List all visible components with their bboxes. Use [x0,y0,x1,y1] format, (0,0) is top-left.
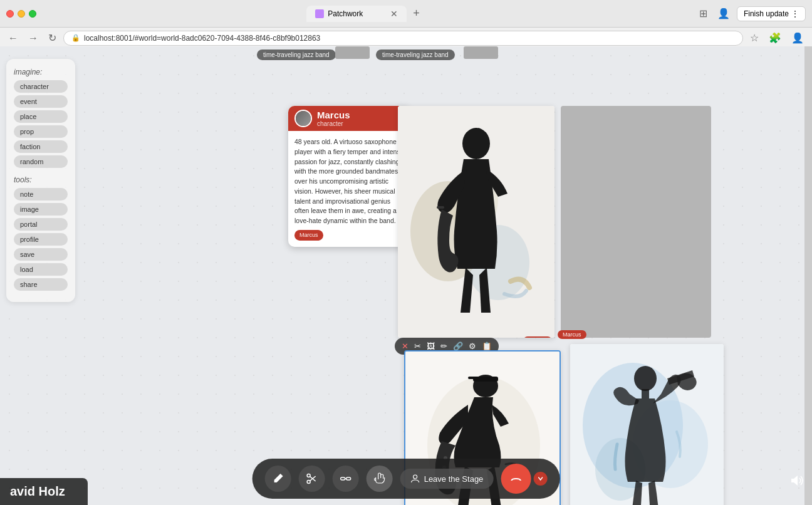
tool-link-button[interactable] [333,466,359,492]
user-name: avid Holz [0,478,88,505]
thumb-strip-1 [335,46,370,59]
leave-stage-button[interactable]: Leave the Stage [400,469,494,489]
titlebar: Patchwork ✕ + ⊞ 👤 Finish update ⋮ [0,0,812,27]
chevron-icon: ⋮ [791,9,799,18]
browser-chrome: Patchwork ✕ + ⊞ 👤 Finish update ⋮ ← → ↻ … [0,0,812,49]
sidebar-item-profile[interactable]: profile [14,233,68,246]
image-tag-1: Marcus [523,336,552,338]
address-bar[interactable]: 🔒 localhost:8001/#world=world-8adc0620-7… [63,31,743,46]
volume-icon[interactable] [789,473,804,491]
imagine-label: imagine: [14,68,68,76]
avatar [294,110,312,127]
sidebar-item-prop[interactable]: prop [14,125,68,138]
image-card-3[interactable]: Marcus [570,344,724,505]
sidebar-item-save[interactable]: save [14,248,68,261]
end-call-button[interactable] [501,464,531,494]
tab-favicon [315,9,324,18]
lock-icon: 🔒 [71,34,80,42]
sidebar-item-portal[interactable]: portal [14,218,68,231]
svg-point-4 [462,128,490,159]
svg-point-18 [634,366,657,391]
url-text: localhost:8001/#world=world-8adc0620-709… [84,34,320,43]
svg-point-24 [414,475,417,479]
thumb-strip-2 [464,46,498,59]
character-description: 48 years old. A virtuoso saxophone playe… [288,131,410,247]
tools-label: tools: [14,175,68,184]
character-name: Marcus [317,110,350,120]
sidebar-panel: imagine: character event place prop fact… [6,59,75,302]
sidebar-item-place[interactable]: place [14,110,68,123]
maximize-button[interactable] [29,10,36,18]
sidebar-item-share[interactable]: share [14,278,68,291]
finish-update-button[interactable]: Finish update ⋮ [737,6,806,21]
svg-point-20 [307,474,310,477]
bookmark-button[interactable]: ☆ [747,30,762,46]
new-tab-button[interactable]: + [407,4,426,23]
extensions-button[interactable]: ⊞ [696,6,710,21]
sidebar-item-note[interactable]: note [14,188,68,200]
close-button[interactable] [6,10,14,18]
image-card-1[interactable]: Marcus [398,106,554,338]
gray-rect-1 [561,106,711,338]
right-scrollbar[interactable] [804,46,812,505]
chevron-down-button[interactable] [533,472,547,486]
minimize-button[interactable] [18,10,25,18]
tool-scissors-button[interactable] [299,466,325,492]
user-profile-icon[interactable]: 👤 [788,30,807,46]
active-tab[interactable]: Patchwork ✕ [306,6,407,22]
svg-rect-19 [642,389,649,398]
tab-close-icon[interactable]: ✕ [390,9,398,19]
sidebar-item-event[interactable]: event [14,95,68,108]
canvas-area: imagine: character event place prop fact… [0,46,812,505]
forward-button[interactable]: → [25,31,41,46]
character-tag: Marcus [294,230,323,241]
sidebar-item-character[interactable]: character [14,80,68,93]
svg-point-21 [307,481,310,484]
nav-bar: ← → ↻ 🔒 localhost:8001/#world=world-8adc… [0,27,812,48]
sidebar-item-faction[interactable]: faction [14,140,68,153]
profile-button[interactable]: 👤 [714,6,733,21]
svg-rect-10 [468,377,477,379]
image-tag-2: Marcus [558,330,586,339]
floating-tag-1: time-traveling jazz band [257,49,336,60]
reload-button[interactable]: ↻ [45,30,60,46]
svg-rect-5 [437,206,444,209]
character-card-header: Marcus character [288,106,410,131]
floating-tag-2: time-traveling jazz band [376,49,455,60]
sidebar-item-image[interactable]: image [14,203,68,216]
bottom-toolbar: Leave the Stage [252,459,560,499]
tool-hand-button[interactable] [367,466,393,492]
svg-rect-22 [341,477,345,480]
sidebar-item-load[interactable]: load [14,263,68,276]
extensions-icon[interactable]: 🧩 [766,30,784,46]
character-type: character [317,120,350,127]
svg-rect-23 [346,477,351,480]
back-button[interactable]: ← [5,31,21,46]
character-card: Marcus character 48 years old. A virtuos… [288,106,410,247]
tool-pencil-button[interactable] [265,466,291,492]
tab-title: Patchwork [328,9,363,18]
sidebar-item-random[interactable]: random [14,155,68,168]
